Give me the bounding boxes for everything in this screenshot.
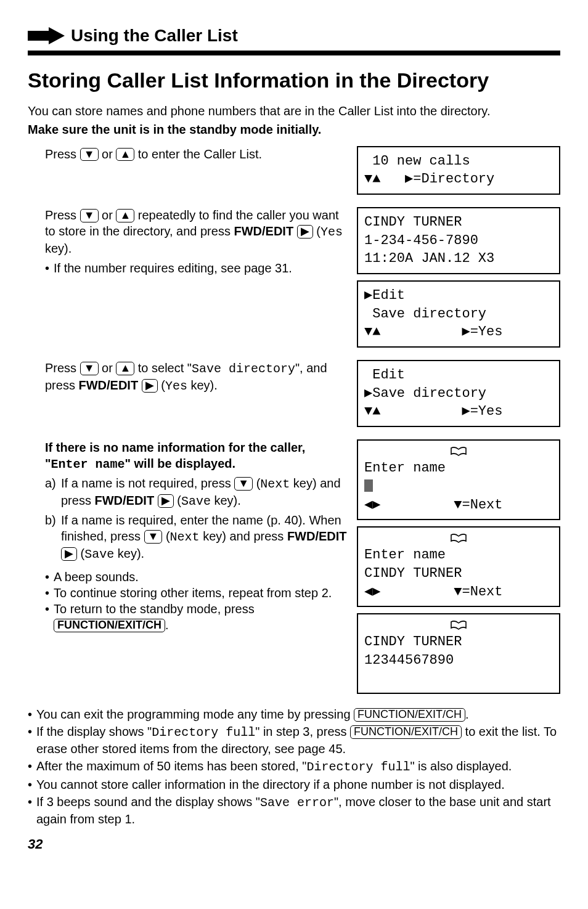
svg-marker-0: [28, 27, 65, 44]
fwd-edit-label: FWD/EDIT: [287, 529, 347, 543]
step-2-bullet: •If the number requires editing, see pag…: [45, 260, 349, 276]
key-down: ▼: [144, 530, 163, 544]
footer-notes: •You can exit the programming mode any t…: [28, 706, 560, 827]
key-down: ▼: [80, 362, 99, 375]
save-directory-label: Save directory: [192, 362, 295, 376]
key-right: ▶: [297, 225, 313, 238]
function-exit-ch-key: FUNCTION/EXIT/CH: [54, 619, 165, 632]
step-1: Press ▼ or ▲ to enter the Caller List. 1…: [28, 146, 560, 195]
step-4: If there is no name information for the …: [28, 439, 560, 694]
divider: [28, 51, 560, 55]
fwd-edit-label: FWD/EDIT: [234, 224, 293, 238]
note-3: •After the maximum of 50 items has been …: [28, 758, 560, 775]
text: (: [316, 224, 321, 238]
step-4-option-b: b) If a name is required, enter the name…: [45, 512, 349, 563]
yes-label: Yes: [165, 379, 187, 393]
text: key).: [114, 547, 144, 560]
text: If the display shows ": [36, 725, 152, 738]
text: key).: [211, 494, 241, 507]
lcd-line: CINDY TURNER: [364, 566, 462, 581]
text: key).: [187, 378, 218, 392]
book-icon: [450, 621, 467, 630]
page-title: Storing Caller List Information in the D…: [28, 67, 560, 94]
text: (: [253, 476, 260, 490]
lcd-line: Enter name: [364, 547, 446, 563]
text: After the maximum of 50 items has been s…: [36, 759, 306, 773]
text: to select ": [138, 361, 192, 375]
step-3: Press ▼ or ▲ to select "Save directory",…: [28, 360, 560, 427]
lcd-display: CINDY TURNER 1-234-456-7890 11:20A JAN.1…: [357, 207, 560, 274]
step-4-heading: If there is no name information for the …: [45, 439, 349, 473]
text: If 3 beeps sound and the display shows ": [36, 795, 260, 809]
step-4-bullet-2: •To continue storing other items, repeat…: [45, 585, 349, 601]
save-label: Save: [84, 547, 114, 561]
page-number: 32: [28, 836, 560, 854]
lcd-display: Enter name CINDY TURNER ◀▶ ▼=Next: [357, 526, 560, 607]
text: " in step 3, press: [255, 725, 350, 738]
key-up: ▲: [116, 209, 134, 222]
step-2-text: Press ▼ or ▲ repeatedly to find the call…: [45, 207, 349, 256]
text: If the number requires editing, see page…: [54, 260, 292, 276]
text: To continue storing other items, repeat …: [54, 585, 332, 601]
step-4-bullet-1: •A beep sounds.: [45, 569, 349, 585]
text: (: [174, 494, 181, 507]
arrow-icon: [28, 27, 65, 44]
enter-name-label: Enter name: [51, 457, 125, 471]
text: (: [162, 529, 169, 543]
text: (: [161, 378, 165, 392]
key-down: ▼: [234, 477, 253, 491]
text: You can exit the programming mode any ti…: [36, 707, 354, 721]
step-3-text: Press ▼ or ▲ to select "Save directory",…: [45, 360, 349, 394]
section-header: Using the Caller List: [28, 25, 560, 47]
lcd-display: 10 new calls ▼▲ ▶=Directory: [357, 146, 560, 195]
book-icon: [450, 534, 467, 544]
lcd-line: 12344567890: [364, 653, 454, 668]
section-title: Using the Caller List: [71, 25, 238, 47]
key-right: ▶: [158, 494, 174, 508]
lcd-line: ◀▶ ▼=Next: [364, 584, 503, 600]
lcd-line: ◀▶ ▼=Next: [364, 497, 503, 513]
text: A beep sounds.: [54, 569, 139, 585]
text: or: [102, 208, 116, 222]
function-exit-ch-key: FUNCTION/EXIT/CH: [350, 725, 462, 739]
lcd-line: CINDY TURNER: [364, 634, 462, 650]
text: or: [102, 361, 116, 375]
directory-full-label: Directory full: [152, 725, 255, 740]
book-icon: [450, 447, 467, 457]
intro-bold: Make sure the unit is in the standby mod…: [28, 121, 560, 137]
note-4: •You cannot store caller information in …: [28, 777, 560, 793]
step-1-text: Press ▼ or ▲ to enter the Caller List.: [45, 146, 349, 162]
text: key) and press: [200, 529, 287, 543]
note-5: •If 3 beeps sound and the display shows …: [28, 794, 560, 827]
text: " will be displayed.: [125, 457, 236, 470]
key-right: ▶: [61, 547, 77, 561]
note-2: •If the display shows "Directory full" i…: [28, 724, 560, 757]
fwd-edit-label: FWD/EDIT: [78, 378, 138, 392]
lcd-display: ▶Edit Save directory ▼▲ ▶=Yes: [357, 280, 560, 348]
step-4-bullet-3: •To return to the standby mode, press FU…: [45, 601, 349, 633]
text: Press: [45, 208, 80, 222]
key-right: ▶: [142, 379, 158, 393]
text: .: [165, 618, 169, 632]
directory-full-label: Directory full: [306, 760, 410, 774]
text: Press: [45, 361, 80, 375]
fwd-edit-label: FWD/EDIT: [94, 494, 154, 507]
cursor-icon: [364, 479, 373, 492]
text: or: [102, 147, 116, 161]
lcd-display: Edit ▶Save directory ▼▲ ▶=Yes: [357, 360, 560, 427]
text: Press: [45, 147, 80, 161]
key-down: ▼: [80, 209, 99, 222]
text: to enter the Caller List.: [138, 147, 262, 161]
step-4-option-a: a) If a name is not required, press ▼ (N…: [45, 475, 349, 510]
save-error-label: Save error: [260, 796, 334, 810]
note-1: •You can exit the programming mode any t…: [28, 706, 560, 722]
text: key).: [45, 242, 71, 255]
save-label: Save: [181, 494, 211, 508]
lcd-display: CINDY TURNER 12344567890: [357, 613, 560, 694]
key-up: ▲: [116, 148, 134, 161]
text: " is also displayed.: [410, 759, 512, 773]
next-label: Next: [170, 530, 200, 544]
text: If a name is not required, press: [61, 476, 234, 490]
function-exit-ch-key: FUNCTION/EXIT/CH: [354, 708, 465, 722]
text: To return to the standby mode, press: [54, 602, 255, 616]
